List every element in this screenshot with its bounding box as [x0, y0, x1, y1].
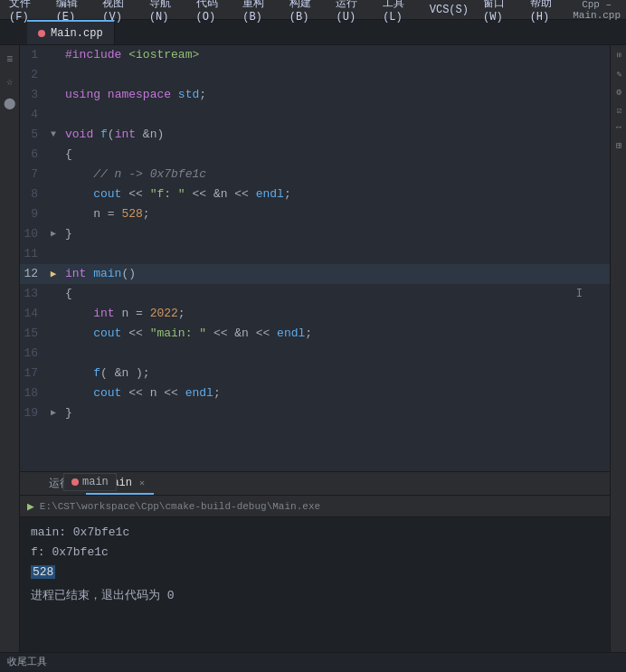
- right-sidebar: ≡ ✎ ⚙ ☑ ↕ ⊞: [610, 45, 626, 652]
- right-sidebar-icon-1[interactable]: ≡: [612, 49, 625, 62]
- code-line-13: 13 { I: [20, 284, 610, 304]
- right-sidebar-icon-2[interactable]: ✎: [612, 67, 625, 80]
- gutter-15: [45, 324, 62, 344]
- sidebar-bookmark-icon[interactable]: ☆: [2, 73, 18, 90]
- gutter-18: [45, 383, 62, 403]
- line-number-1: 1: [20, 45, 45, 65]
- right-sidebar-icon-6[interactable]: ⊞: [612, 139, 625, 152]
- tab-main-cpp[interactable]: Main.cpp: [27, 20, 115, 44]
- code-line-6: 6 {: [20, 145, 610, 165]
- tooltip-main: main: [63, 473, 117, 491]
- code-line-9: 9 n = 528;: [20, 204, 610, 224]
- line-number-17: 17: [20, 364, 45, 383]
- menu-help[interactable]: 帮助(H): [526, 0, 566, 24]
- code-line-18: 18 cout << n << endl;: [20, 383, 610, 403]
- title-bar: 文件(F) 编辑(E) 视图(V) 导航(N) 代码(O) 重构(B) 构建(B…: [0, 0, 626, 20]
- tooltip-dot: [71, 478, 79, 486]
- main-layout: ≡ ☆ ⬤ 1 #include <iostream> 2: [0, 45, 626, 652]
- code-area[interactable]: 1 #include <iostream> 2 3 using namespac…: [20, 45, 610, 471]
- code-line-3: 3 using namespace std;: [20, 85, 610, 105]
- menu-tools[interactable]: 工具(L): [379, 0, 419, 24]
- output-line-3: 528: [31, 563, 599, 582]
- code-line-19: 19 ▶ }: [20, 403, 610, 423]
- run-bar: ▶ E:\CST\workspace\Cpp\cmake-build-debug…: [20, 496, 610, 517]
- right-sidebar-icon-4[interactable]: ☑: [612, 103, 625, 116]
- code-text-13: { I: [62, 284, 610, 304]
- menu-run[interactable]: 运行(U): [332, 0, 372, 24]
- code-text-1: #include <iostream>: [62, 45, 610, 65]
- code-text-18: cout << n << endl;: [62, 383, 610, 403]
- menu-window[interactable]: 窗口(W): [479, 0, 519, 24]
- code-text-6: {: [62, 145, 610, 165]
- gutter-9: [45, 204, 62, 224]
- gutter-10: ▶: [45, 224, 62, 244]
- editor-area: 1 #include <iostream> 2 3 using namespac…: [20, 45, 610, 652]
- line-number-19: 19: [20, 403, 45, 423]
- gutter-8: [45, 185, 62, 204]
- gutter-7: [45, 165, 62, 185]
- menu-refactor[interactable]: 重构(B): [239, 0, 279, 24]
- gutter-12: ▶: [45, 264, 62, 284]
- line-number-18: 18: [20, 383, 45, 403]
- code-line-4: 4: [20, 105, 610, 125]
- code-line-14: 14 int n = 2022;: [20, 304, 610, 324]
- gutter-11: [45, 244, 62, 264]
- output-area[interactable]: main: 0x7bfe1c f: 0x7bfe1c 528 进程已结束，退出代…: [20, 517, 610, 652]
- output-line-2: f: 0x7bfe1c: [31, 543, 599, 563]
- line-number-10: 10: [20, 224, 45, 244]
- code-text-4: [62, 105, 610, 125]
- right-sidebar-icon-3[interactable]: ⚙: [612, 85, 625, 98]
- tab-modified-icon: [38, 30, 45, 37]
- line-number-14: 14: [20, 304, 45, 324]
- line-number-5: 5: [20, 125, 45, 145]
- output-text-2: f: 0x7bfe1c: [31, 545, 109, 559]
- gutter-16: [45, 344, 62, 364]
- sidebar-debug-icon[interactable]: ⬤: [2, 95, 18, 111]
- output-text-3: 528: [31, 565, 55, 579]
- menu-code[interactable]: 代码(O): [193, 0, 232, 24]
- left-sidebar: ≡ ☆ ⬤: [0, 45, 20, 652]
- gutter-2: [45, 65, 62, 85]
- sidebar-structure-icon[interactable]: ≡: [2, 52, 18, 68]
- code-text-10: }: [62, 224, 610, 244]
- gutter-19: ▶: [45, 403, 62, 423]
- line-number-3: 3: [20, 85, 45, 105]
- right-sidebar-icon-5[interactable]: ↕: [612, 121, 625, 134]
- code-line-16: 16: [20, 344, 610, 364]
- tab-bar: Main.cpp: [0, 20, 626, 45]
- menu-build[interactable]: 构建(B): [286, 0, 326, 24]
- run-path: E:\CST\workspace\Cpp\cmake-build-debug\M…: [40, 501, 320, 512]
- bottom-panel: 运行: Main ✕ ▶ E:\CST\workspace\Cpp\cmake-…: [20, 471, 610, 652]
- line-number-11: 11: [20, 244, 45, 264]
- code-text-16: [62, 344, 610, 364]
- gutter-5: ▼: [45, 125, 62, 145]
- menu-vcs[interactable]: VCS(S): [426, 4, 472, 16]
- code-text-14: int n = 2022;: [62, 304, 610, 324]
- code-line-1: 1 #include <iostream>: [20, 45, 610, 65]
- code-text-3: using namespace std;: [62, 85, 610, 105]
- code-text-5: void f(int &n): [62, 125, 610, 145]
- run-play-icon[interactable]: ▶: [27, 499, 34, 514]
- gutter-6: [45, 145, 62, 165]
- line-number-9: 9: [20, 204, 45, 224]
- code-text-7: // n -> 0x7bfe1c: [62, 165, 610, 185]
- code-line-8: 8 cout << "f: " << &n << endl;: [20, 185, 610, 204]
- menu-navigate[interactable]: 导航(N): [146, 0, 185, 24]
- code-line-2: 2: [20, 65, 610, 85]
- line-number-16: 16: [20, 344, 45, 364]
- code-text-17: f( &n );: [62, 364, 610, 383]
- line-number-4: 4: [20, 105, 45, 125]
- gutter-1: [45, 45, 62, 65]
- status-text: 收尾工具: [7, 655, 47, 668]
- code-text-9: n = 528;: [62, 204, 610, 224]
- output-line-1: main: 0x7bfe1c: [31, 523, 599, 543]
- gutter-14: [45, 304, 62, 324]
- line-number-2: 2: [20, 65, 45, 85]
- window-title: Cpp – Main.cpp: [573, 0, 621, 21]
- code-text-15: cout << "main: " << &n << endl;: [62, 324, 610, 344]
- code-line-15: 15 cout << "main: " << &n << endl;: [20, 324, 610, 344]
- bottom-tab-close-icon[interactable]: ✕: [139, 478, 145, 488]
- code-line-17: 17 f( &n );: [20, 364, 610, 383]
- code-text-2: [62, 65, 610, 85]
- code-line-5: 5 ▼ void f(int &n): [20, 125, 610, 145]
